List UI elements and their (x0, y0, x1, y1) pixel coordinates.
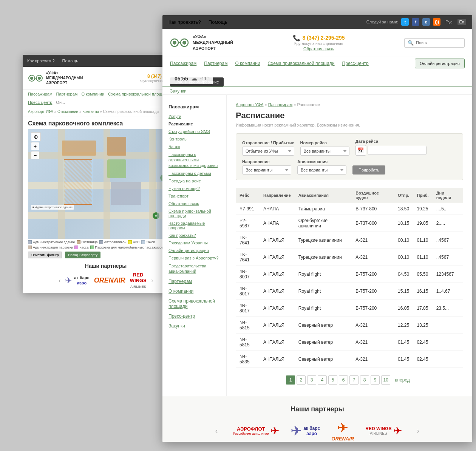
back-breadcrumb-airport[interactable]: Аэропорт УФА (28, 110, 53, 114)
sidebar-company[interactable]: О компании (162, 286, 226, 295)
page-next[interactable]: вперед (392, 375, 413, 385)
nav-passengers[interactable]: Пассажирам (170, 57, 196, 70)
cell-airline: Северный ветер (295, 334, 352, 351)
page-1[interactable]: 1 (286, 375, 295, 385)
sidebar-services[interactable]: Услуги (162, 113, 226, 120)
table-row[interactable]: 4R-8017 АНТАЛЬЯ Royal flight В-757-200 1… (236, 300, 463, 317)
map-zoom-out[interactable]: − (31, 151, 39, 159)
sidebar-online-reg[interactable]: Онлайн-регистрация (162, 247, 226, 254)
sidebar-first-time[interactable]: Первый раз в Аэропорту? (162, 254, 226, 262)
partners-prev[interactable]: ‹ (212, 426, 222, 435)
map-zoom-in[interactable]: + (31, 142, 39, 150)
sidebar-faq[interactable]: Часто задаваемые вопросы (162, 219, 226, 232)
nav-press[interactable]: Пресс-центр (342, 57, 369, 70)
sidebar-parking-schema[interactable]: Схема привокзальной площади (162, 295, 226, 310)
sidebar-parking-map[interactable]: Схема привокзальной площади (162, 207, 226, 219)
rss-icon[interactable]: ))) (433, 18, 440, 26)
sidebar-howtoget[interactable]: Как проехать? (162, 232, 226, 239)
table-row[interactable]: N4-5835 АНТАЛЬЯ Северный ветер A-321 01.… (236, 351, 463, 368)
vk-icon[interactable]: в (422, 18, 430, 26)
nav-purchases[interactable]: Закупки (170, 88, 187, 94)
sidebar-baggage[interactable]: Багаж (162, 143, 226, 150)
breadcrumb-passengers[interactable]: Пассажирам (268, 102, 292, 107)
sidebar-sms-status[interactable]: Статус рейса по SMS (162, 128, 226, 135)
table-row[interactable]: N4-5815 АНТАЛЬЯ Северный ветер A-321 01.… (236, 334, 463, 351)
sidebar-help[interactable]: Нужна помощь? (162, 185, 226, 192)
search-input[interactable] (416, 40, 461, 45)
table-row[interactable]: TK-7641 АНТАЛЬЯ Турецкие авиалинии A-321… (236, 232, 463, 249)
page-8[interactable]: 8 (360, 375, 369, 385)
back-map[interactable]: P A A ✈ ✈ ■ Административное здание ⊕ + … (28, 129, 184, 239)
back-nav-map[interactable]: Схема привокзальной площади (108, 92, 169, 96)
table-row[interactable]: P2-5987 АНАПА Оренбургские авиалинии В-7… (236, 215, 463, 232)
filter-airline-select[interactable]: Все варианты (297, 165, 346, 175)
lang-en-btn[interactable]: En (457, 19, 466, 25)
page-7[interactable]: 7 (349, 375, 359, 385)
back-nav-partners[interactable]: Партнерам (56, 92, 77, 96)
table-row[interactable]: N4-5815 АНТАЛЬЯ Северный ветер A-321 12.… (236, 317, 463, 334)
back-airport-logo (28, 73, 43, 84)
filter-direction-select[interactable]: Все варианты (242, 165, 291, 175)
back-nav-passengers[interactable]: Пассажирам (28, 92, 52, 96)
search-box[interactable]: 🔍 (404, 38, 465, 48)
facebook-icon[interactable]: f (412, 18, 419, 26)
back-breadcrumb-company[interactable]: О компании (57, 110, 78, 114)
page-6[interactable]: 6 (339, 375, 348, 385)
help-link[interactable]: Помощь (209, 19, 227, 25)
table-row[interactable]: TK-7641 АНТАЛЬЯ Турецкие авиалинии A-321… (236, 249, 463, 266)
partners-next[interactable]: › (413, 426, 423, 435)
sidebar-feedback[interactable]: Обратная связь (162, 200, 226, 207)
back-nav-press[interactable]: Пресс-центр (28, 100, 52, 105)
sidebar-disabled[interactable]: Пассажирам с ограниченными возможностями… (162, 150, 226, 170)
page-2[interactable]: 2 (297, 375, 306, 385)
back-partner-akbars: ✈ ак барсаэро (65, 275, 89, 285)
how-to-get-link[interactable]: Как проехать? (168, 19, 201, 25)
filter-dep-arr-select[interactable]: Отбытие из УФы (242, 147, 294, 156)
sidebar-control[interactable]: Контроль (162, 135, 226, 143)
sidebar-passengers-title[interactable]: Пассажирам (162, 102, 226, 113)
twitter-icon[interactable]: t (401, 18, 409, 26)
sidebar-transport[interactable]: Транспорт (162, 192, 226, 200)
nav-schema[interactable]: Схема привокзальной площади (268, 57, 335, 70)
page-9[interactable]: 9 (371, 375, 380, 385)
back-to-airport[interactable]: Назад к аэропорту (65, 252, 100, 258)
table-row[interactable]: 4R-8017 АНТАЛЬЯ Royal flight В-757-200 1… (236, 283, 463, 300)
back-carousel-prev[interactable]: ‹ (59, 277, 60, 284)
sidebar-children[interactable]: Пассажирам с детьми (162, 170, 226, 177)
filter-flight-num-select[interactable]: Все варианты (300, 147, 349, 156)
page-10[interactable]: 10 (381, 375, 390, 385)
sidebar-airlines-reps[interactable]: Представительства авиакомпаний (162, 262, 226, 276)
sidebar-press[interactable]: Пресс-центр (162, 310, 226, 320)
page-5[interactable]: 5 (328, 375, 337, 385)
back-breadcrumb-contacts[interactable]: Контакты (82, 110, 99, 114)
sidebar-purchases[interactable]: Закупки (162, 320, 226, 330)
nav-partners[interactable]: Партнерам (204, 57, 227, 70)
cell-flight: 4R-8017 (236, 300, 260, 317)
calendar-icon[interactable]: 📅 (355, 145, 366, 156)
back-help[interactable]: Помощь (62, 59, 79, 63)
cell-aircraft: В-757-200 (352, 300, 394, 317)
sidebar-boarding[interactable]: Посадка на рейс (162, 177, 226, 185)
table-row[interactable]: 4R-8007 АНТАЛЬЯ Royal flight В-757-200 0… (236, 266, 463, 283)
filter-date-input[interactable] (368, 146, 427, 155)
sidebar-schedule[interactable]: Расписание (162, 120, 226, 128)
sidebar-partners[interactable]: Партнерам (162, 276, 226, 286)
cell-dep: 18.15 (394, 215, 413, 232)
back-how-to-get[interactable]: Как проехать? (27, 59, 55, 63)
filter-search-btn[interactable]: Подробать (352, 165, 385, 175)
back-clear-filter[interactable]: Очистить фильтр (28, 252, 62, 258)
info-note: Информация носит рекламный характер. Воз… (236, 123, 463, 127)
reg-btn[interactable]: Онлайн регистрация (415, 59, 465, 68)
lang-ru-btn[interactable]: Рус (444, 19, 454, 25)
page-3[interactable]: 3 (307, 375, 316, 385)
breadcrumb-airport[interactable]: Аэропорт УФА (236, 102, 264, 107)
sidebar-ukraine[interactable]: Гражданам Украины (162, 239, 226, 247)
back-carousel-next[interactable]: › (151, 277, 153, 284)
nav-company[interactable]: О компании (235, 57, 260, 70)
filter-date-label: Дата рейса (355, 139, 427, 144)
table-row[interactable]: Y7-991 АНАПА Таймыравиа В-737-800 18.50 … (236, 203, 463, 215)
back-nav-company[interactable]: О компании (81, 92, 104, 96)
map-compass[interactable]: ⊕ (31, 132, 41, 141)
page-4[interactable]: 4 (318, 375, 327, 385)
feedback-link[interactable]: Обратная связь (303, 46, 334, 51)
